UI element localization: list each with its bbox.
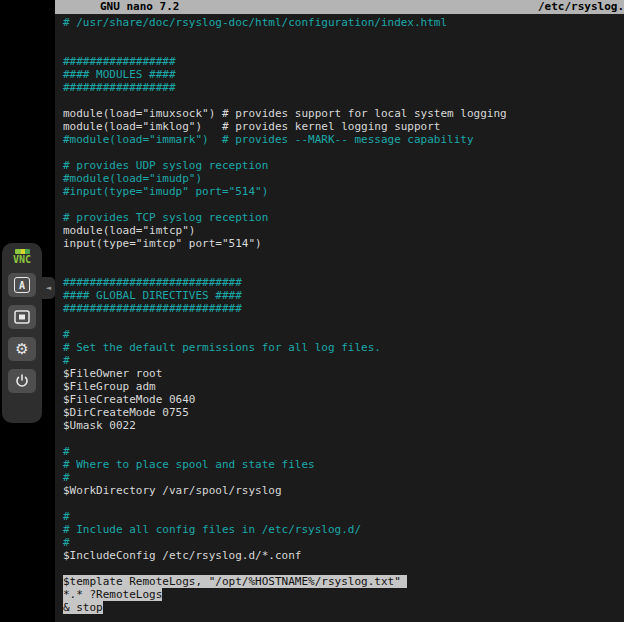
- editor-line[interactable]: #################: [63, 55, 624, 68]
- comment-text: #module(load="immark") # provides --MARK…: [63, 133, 474, 146]
- editor-line[interactable]: & stop: [63, 601, 624, 614]
- nano-version: GNU nano 7.2: [55, 0, 179, 14]
- terminal-content[interactable]: # /usr/share/doc/rsyslog-doc/html/config…: [55, 14, 624, 614]
- editor-line[interactable]: [63, 146, 624, 159]
- power-icon: [15, 374, 29, 388]
- editor-line[interactable]: [63, 432, 624, 445]
- extra-keys-button[interactable]: A: [8, 273, 36, 297]
- config-text: $FileCreateMode 0640: [63, 393, 195, 406]
- settings-button[interactable]: ⚙: [8, 337, 36, 361]
- editor-line[interactable]: #input(type="imudp" port="514"): [63, 185, 624, 198]
- editor-line[interactable]: #################: [63, 81, 624, 94]
- novnc-toolbar: VNC A ⚙: [2, 243, 42, 423]
- editor-line[interactable]: # Set the default permissions for all lo…: [63, 341, 624, 354]
- config-text: module(load="imtcp"): [63, 224, 195, 237]
- nano-titlebar: GNU nano 7.2 /etc/rsyslog.: [55, 0, 624, 14]
- comment-text: ###########################: [63, 276, 242, 289]
- editor-line[interactable]: #: [63, 445, 624, 458]
- editor-line[interactable]: [63, 250, 624, 263]
- comment-text: #: [63, 354, 70, 367]
- comment-text: #: [63, 471, 70, 484]
- editor-line[interactable]: [63, 497, 624, 510]
- editor-line[interactable]: $Umask 0022: [63, 419, 624, 432]
- editor-line[interactable]: ###########################: [63, 302, 624, 315]
- editor-line[interactable]: # Include all config files in /etc/rsysl…: [63, 523, 624, 536]
- config-text: $DirCreateMode 0755: [63, 406, 189, 419]
- editor-line[interactable]: $FileCreateMode 0640: [63, 393, 624, 406]
- editor-line[interactable]: #module(load="immark") # provides --MARK…: [63, 133, 624, 146]
- editor-line[interactable]: module(load="imtcp"): [63, 224, 624, 237]
- comment-text: #input(type="imudp" port="514"): [63, 185, 268, 198]
- editor-line[interactable]: $IncludeConfig /etc/rsyslog.d/*.conf: [63, 549, 624, 562]
- power-button[interactable]: [8, 369, 36, 393]
- comment-text: #### GLOBAL DIRECTIVES ####: [63, 289, 242, 302]
- editor-line[interactable]: # provides UDP syslog reception: [63, 159, 624, 172]
- comment-text: # provides TCP syslog reception: [63, 211, 268, 224]
- editor-line[interactable]: #: [63, 354, 624, 367]
- editor-line[interactable]: module(load="imklog") # provides kernel …: [63, 120, 624, 133]
- editor-line[interactable]: #### GLOBAL DIRECTIVES ####: [63, 289, 624, 302]
- terminal[interactable]: GNU nano 7.2 /etc/rsyslog. # /usr/share/…: [55, 0, 624, 622]
- config-text: input(type="imtcp" port="514"): [63, 237, 262, 250]
- editor-line[interactable]: [63, 198, 624, 211]
- editor-line[interactable]: *.* ?RemoteLogs: [63, 588, 624, 601]
- marked-text: *.* ?RemoteLogs: [63, 588, 162, 601]
- editor-line[interactable]: #: [63, 328, 624, 341]
- comment-text: #### MODULES ####: [63, 68, 176, 81]
- fullscreen-button[interactable]: [8, 305, 36, 329]
- config-text: $FileOwner root: [63, 367, 162, 380]
- fullscreen-icon: [14, 310, 30, 324]
- editor-line[interactable]: [63, 315, 624, 328]
- comment-text: #################: [63, 81, 176, 94]
- editor-line[interactable]: # Where to place spool and state files: [63, 458, 624, 471]
- editor-line[interactable]: # provides TCP syslog reception: [63, 211, 624, 224]
- editor-line[interactable]: $FileOwner root: [63, 367, 624, 380]
- comment-text: # /usr/share/doc/rsyslog-doc/html/config…: [63, 16, 447, 29]
- editor-line[interactable]: # /usr/share/doc/rsyslog-doc/html/config…: [63, 16, 624, 29]
- editor-line[interactable]: [63, 94, 624, 107]
- editor-line[interactable]: [63, 42, 624, 55]
- comment-text: #################: [63, 55, 176, 68]
- collapse-arrow-icon: ◄: [46, 284, 51, 292]
- comment-text: # provides UDP syslog reception: [63, 159, 268, 172]
- comment-text: ###########################: [63, 302, 242, 315]
- config-text: module(load="imklog") # provides kernel …: [63, 120, 441, 133]
- editor-line[interactable]: [63, 562, 624, 575]
- config-text: $FileGroup adm: [63, 380, 156, 393]
- marked-text: & stop: [63, 601, 103, 614]
- gear-icon: ⚙: [15, 342, 28, 357]
- editor-line[interactable]: #: [63, 510, 624, 523]
- comment-text: #module(load="imudp"): [63, 172, 202, 185]
- config-text: $IncludeConfig /etc/rsyslog.d/*.conf: [63, 549, 301, 562]
- config-text: module(load="imuxsock") # provides suppo…: [63, 107, 507, 120]
- editor-line[interactable]: module(load="imuxsock") # provides suppo…: [63, 107, 624, 120]
- editor-line[interactable]: $DirCreateMode 0755: [63, 406, 624, 419]
- comment-text: # Include all config files in /etc/rsysl…: [63, 523, 361, 536]
- editor-line[interactable]: ###########################: [63, 276, 624, 289]
- comment-text: # Where to place spool and state files: [63, 458, 315, 471]
- comment-text: #: [63, 510, 70, 523]
- toolbar-collapse-handle[interactable]: ◄: [42, 277, 55, 299]
- novnc-logo: VNC: [13, 249, 31, 265]
- marked-text: $template RemoteLogs, "/opt/%HOSTNAME%/r…: [63, 575, 407, 588]
- editor-line[interactable]: $template RemoteLogs, "/opt/%HOSTNAME%/r…: [63, 575, 624, 588]
- keyboard-key-icon: A: [14, 277, 30, 293]
- file-path: /etc/rsyslog.: [538, 0, 624, 14]
- editor-line[interactable]: #module(load="imudp"): [63, 172, 624, 185]
- comment-text: #: [63, 536, 70, 549]
- config-text: $WorkDirectory /var/spool/rsyslog: [63, 484, 282, 497]
- editor-line[interactable]: [63, 29, 624, 42]
- editor-line[interactable]: #: [63, 536, 624, 549]
- config-text: $Umask 0022: [63, 419, 136, 432]
- comment-text: #: [63, 328, 70, 341]
- novnc-logo-text: VNC: [13, 255, 31, 265]
- editor-line[interactable]: [63, 263, 624, 276]
- editor-line[interactable]: $WorkDirectory /var/spool/rsyslog: [63, 484, 624, 497]
- editor-line[interactable]: #### MODULES ####: [63, 68, 624, 81]
- editor-line[interactable]: $FileGroup adm: [63, 380, 624, 393]
- editor-line[interactable]: #: [63, 471, 624, 484]
- editor-line[interactable]: input(type="imtcp" port="514"): [63, 237, 624, 250]
- comment-text: #: [63, 445, 70, 458]
- comment-text: # Set the default permissions for all lo…: [63, 341, 381, 354]
